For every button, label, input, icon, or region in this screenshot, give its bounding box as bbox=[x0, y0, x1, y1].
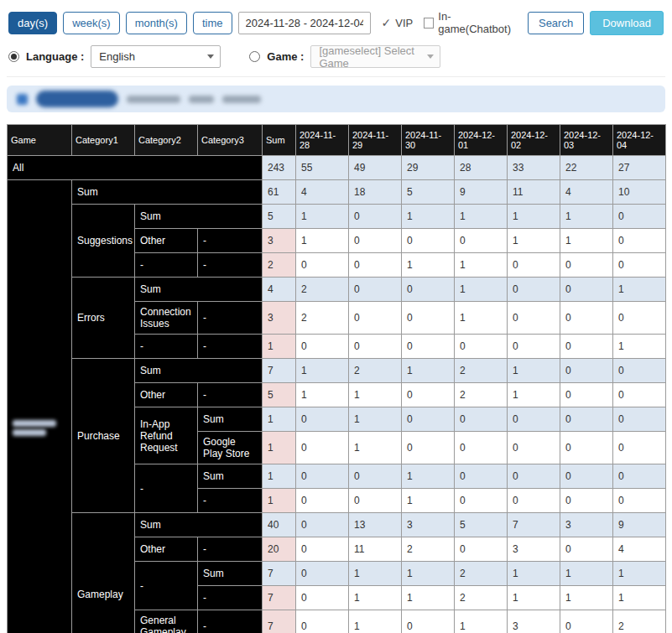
redacted-notice-text bbox=[222, 96, 261, 103]
date-value-cell: 0 bbox=[560, 610, 613, 633]
date-value-cell: 7 bbox=[508, 513, 560, 537]
date-value-cell: 1 bbox=[455, 302, 508, 335]
date-value-cell: 1 bbox=[402, 464, 455, 489]
date-value-cell: 1 bbox=[508, 586, 560, 610]
date-value-cell: 0 bbox=[455, 229, 508, 253]
date-value-cell: 1 bbox=[613, 278, 666, 302]
sum-value-cell: 5 bbox=[263, 383, 296, 407]
period-button-month[interactable]: month(s) bbox=[126, 12, 187, 34]
date-value-cell: 0 bbox=[613, 464, 666, 489]
date-value-cell: 5 bbox=[455, 513, 508, 537]
vip-checkbox-label: VIP bbox=[395, 17, 413, 29]
date-value-cell: 0 bbox=[296, 335, 349, 359]
date-value-cell: 0 bbox=[402, 432, 455, 464]
sum-value-cell: 7 bbox=[263, 610, 296, 633]
category-cell: - bbox=[198, 489, 263, 513]
date-value-cell: 2 bbox=[296, 278, 349, 302]
category-cell: Other bbox=[135, 229, 198, 253]
category-cell: Sum bbox=[198, 407, 263, 432]
date-value-cell: 0 bbox=[349, 302, 402, 335]
language-select[interactable]: English bbox=[91, 45, 221, 68]
date-value-cell: 0 bbox=[296, 537, 349, 562]
period-button-time[interactable]: time bbox=[193, 12, 232, 34]
date-value-cell: 1 bbox=[560, 205, 613, 229]
language-select-value: English bbox=[99, 50, 135, 63]
category-cell: Sum bbox=[198, 562, 263, 586]
date-value-cell: 11 bbox=[508, 180, 560, 205]
redacted-notice-text bbox=[127, 96, 180, 103]
date-value-cell: 0 bbox=[508, 253, 560, 278]
game-filter-group: Game : [gameselect] Select Game bbox=[249, 45, 440, 68]
language-radio[interactable] bbox=[8, 51, 19, 62]
date-value-cell: 0 bbox=[402, 407, 455, 432]
date-value-cell: 0 bbox=[402, 229, 455, 253]
date-value-cell: 0 bbox=[349, 464, 402, 489]
date-value-cell: 9 bbox=[613, 513, 666, 537]
search-button[interactable]: Search bbox=[528, 12, 584, 34]
date-value-cell: 0 bbox=[560, 407, 613, 432]
date-value-cell: 0 bbox=[560, 359, 613, 383]
category-cell: - bbox=[135, 253, 198, 278]
redacted-game-name bbox=[8, 180, 72, 633]
category-cell: Gameplay bbox=[72, 513, 135, 633]
date-value-cell: 2 bbox=[613, 610, 666, 633]
date-value-cell: 2 bbox=[455, 562, 508, 586]
date-value-cell: 1 bbox=[613, 335, 666, 359]
date-value-cell: 3 bbox=[402, 513, 455, 537]
game-select[interactable]: [gameselect] Select Game bbox=[310, 45, 440, 68]
date-value-cell: 0 bbox=[613, 359, 666, 383]
date-value-cell: 1 bbox=[508, 359, 560, 383]
date-value-cell: 0 bbox=[560, 335, 613, 359]
date-value-cell: 0 bbox=[508, 278, 560, 302]
category-cell: Sum bbox=[135, 205, 263, 229]
column-header: 2024-12-02 bbox=[508, 125, 560, 156]
category-cell: Suggestions bbox=[72, 205, 135, 278]
date-value-cell: 1 bbox=[455, 253, 508, 278]
redacted-notice-bar bbox=[7, 86, 665, 112]
date-value-cell: 0 bbox=[560, 432, 613, 464]
category-cell: - bbox=[198, 253, 263, 278]
table-row: GameplaySum4001335739 bbox=[8, 513, 666, 537]
date-value-cell: 0 bbox=[296, 513, 349, 537]
date-value-cell: 0 bbox=[296, 610, 349, 633]
sum-value-cell: 3 bbox=[263, 229, 296, 253]
date-value-cell: 1 bbox=[402, 489, 455, 513]
download-button[interactable]: Download bbox=[590, 11, 664, 35]
date-value-cell: 0 bbox=[296, 407, 349, 432]
date-value-cell: 0 bbox=[508, 489, 560, 513]
category-cell: - bbox=[135, 562, 198, 610]
column-header: Sum bbox=[263, 125, 296, 156]
date-value-cell: 2 bbox=[402, 537, 455, 562]
period-button-week[interactable]: week(s) bbox=[63, 12, 120, 34]
date-value-cell: 0 bbox=[613, 407, 666, 432]
category-cell: - bbox=[135, 464, 198, 513]
date-range-input[interactable] bbox=[238, 12, 371, 34]
date-value-cell: 55 bbox=[296, 156, 349, 180]
redacted-notice-icon bbox=[17, 94, 28, 105]
ingame-checkbox-group[interactable]: In-game(Chatbot) bbox=[424, 10, 517, 35]
sum-value-cell: 1 bbox=[263, 407, 296, 432]
category-cell: Errors bbox=[72, 278, 135, 359]
game-radio[interactable] bbox=[249, 51, 260, 62]
category-cell: Sum bbox=[135, 278, 263, 302]
date-value-cell: 0 bbox=[296, 586, 349, 610]
vip-checkbox-group[interactable]: ✓ VIP bbox=[382, 17, 414, 29]
date-value-cell: 0 bbox=[560, 253, 613, 278]
sum-value-cell: 1 bbox=[263, 335, 296, 359]
sum-value-cell: 2 bbox=[263, 253, 296, 278]
table-row: ErrorsSum42001001 bbox=[8, 278, 666, 302]
sum-value-cell: 3 bbox=[263, 302, 296, 335]
toolbar: day(s) week(s) month(s) time ✓ VIP In-ga… bbox=[7, 7, 665, 40]
date-value-cell: 13 bbox=[349, 513, 402, 537]
date-value-cell: 0 bbox=[455, 464, 508, 489]
checkbox-empty-icon[interactable] bbox=[424, 18, 434, 29]
date-value-cell: 0 bbox=[560, 278, 613, 302]
redacted-notice-button[interactable] bbox=[36, 91, 118, 107]
period-button-day[interactable]: day(s) bbox=[8, 12, 57, 34]
date-value-cell: 1 bbox=[296, 383, 349, 407]
date-value-cell: 0 bbox=[349, 335, 402, 359]
date-value-cell: 0 bbox=[560, 489, 613, 513]
filter-row: Language : English Game : [gameselect] S… bbox=[7, 40, 665, 77]
date-value-cell: 1 bbox=[613, 562, 666, 586]
date-value-cell: 1 bbox=[402, 586, 455, 610]
